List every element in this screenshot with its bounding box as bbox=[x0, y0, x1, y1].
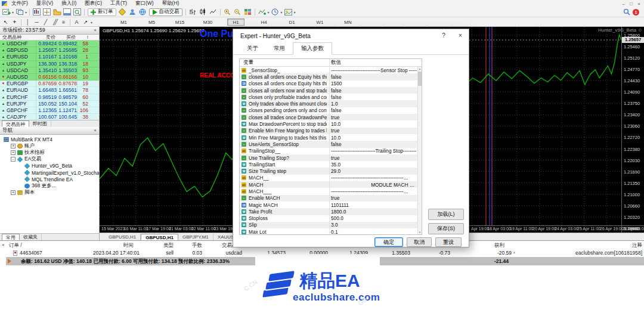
close-icon[interactable]: × bbox=[94, 128, 97, 133]
restore-button[interactable]: □ bbox=[627, 1, 635, 7]
param-row[interactable]: ~Use Trailing Stop?true bbox=[240, 154, 422, 161]
market-watch-row[interactable]: ▼EURGBP0.876590.8767819 bbox=[0, 80, 99, 87]
param-row[interactable]: WOnly trades above this amount close ...… bbox=[240, 100, 422, 107]
param-row[interactable]: abMACH___-------------------------------… bbox=[240, 188, 422, 194]
market-watch-tab[interactable]: 即时图 bbox=[29, 120, 51, 127]
vertical-line-tool-icon[interactable]: │ bbox=[23, 19, 32, 25]
param-value[interactable]: false bbox=[331, 107, 417, 113]
bar-chart-mode-icon[interactable] bbox=[188, 8, 198, 16]
templates-icon[interactable] bbox=[283, 8, 293, 16]
param-row[interactable]: WTrailingStart35.0 bbox=[240, 161, 422, 168]
menu-item[interactable]: 显示(V) bbox=[36, 0, 53, 7]
dialog-tab[interactable]: 关于 bbox=[239, 43, 266, 54]
reset-button[interactable]: 重设 bbox=[435, 237, 462, 247]
param-value[interactable]: true bbox=[331, 195, 417, 201]
market-watch-row[interactable]: ▲GBPUSD1.256571.2568528 bbox=[0, 47, 99, 54]
timeframe-D1[interactable]: D1 bbox=[283, 18, 301, 26]
param-value[interactable]: false bbox=[331, 74, 417, 80]
market-watch-row[interactable]: ▲USDCAD1.354101.3550393 bbox=[0, 67, 99, 74]
menu-item[interactable]: 图表(C) bbox=[85, 0, 102, 7]
timeframe-W1[interactable]: W1 bbox=[311, 18, 329, 26]
market-watch-tab[interactable]: 交易品种 bbox=[2, 120, 29, 127]
expert-properties-icon[interactable] bbox=[128, 8, 138, 16]
timeframe-M1[interactable]: M1 bbox=[115, 18, 132, 26]
periods-icon[interactable] bbox=[270, 8, 280, 16]
param-row[interactable]: ~UseAlerts_SensorStopfalse bbox=[240, 141, 422, 147]
param-row[interactable]: 18closes all orders once Equity hits thi… bbox=[240, 80, 422, 87]
menu-item[interactable]: 窗口(W) bbox=[135, 0, 154, 7]
param-row[interactable]: WMax DrawdownPercent to stop trades10.0 bbox=[240, 120, 422, 127]
timeframe-M30[interactable]: M30 bbox=[199, 18, 216, 26]
chevron-down-icon[interactable]: ▾ bbox=[281, 10, 283, 14]
param-row[interactable]: ~Enable MACHtrue bbox=[240, 195, 422, 202]
param-value[interactable]: 1500 bbox=[331, 80, 417, 86]
param-value[interactable]: 10.0 bbox=[331, 135, 417, 141]
param-row[interactable]: abMACH__--------------------------------… bbox=[240, 175, 422, 181]
navigator-item[interactable]: Hunter_v9G_Beta bbox=[0, 163, 99, 169]
minimize-button[interactable]: – bbox=[620, 1, 627, 7]
close-button[interactable]: × bbox=[635, 1, 643, 7]
param-row[interactable]: ~Enable Min Free Marging to trades hi...… bbox=[240, 128, 422, 134]
metaeditor-icon[interactable] bbox=[117, 8, 128, 16]
navigator-toggle-icon[interactable] bbox=[52, 8, 62, 16]
close-icon[interactable]: × bbox=[94, 28, 97, 33]
new-chart-icon[interactable] bbox=[1, 8, 11, 16]
param-row[interactable]: WMax Lot0.1 bbox=[240, 228, 422, 235]
market-watch-row[interactable]: ▲GBPCHF1.123651.12471106 bbox=[0, 107, 99, 114]
chart-tab[interactable]: GBPUSD,H1 bbox=[141, 234, 178, 240]
line-chart-mode-icon[interactable] bbox=[208, 8, 218, 16]
profiles-icon[interactable] bbox=[14, 8, 24, 16]
horizontal-line-tool-icon[interactable]: ─ bbox=[32, 19, 41, 25]
text-tool-icon[interactable]: A bbox=[72, 19, 81, 25]
param-value[interactable]: false bbox=[331, 88, 417, 94]
param-value[interactable]: 500.0 bbox=[331, 215, 417, 221]
param-value[interactable]: true bbox=[331, 114, 417, 120]
param-row[interactable]: abTrailingStop__------------------------… bbox=[240, 148, 422, 154]
param-value[interactable]: true bbox=[331, 128, 417, 134]
scrollbar[interactable]: ▲ ▼ bbox=[417, 67, 422, 234]
param-value[interactable]: ----------------------------------------… bbox=[331, 188, 417, 194]
market-watch-toggle-icon[interactable] bbox=[32, 8, 42, 16]
param-row[interactable]: WTake Profit1800.0 bbox=[240, 208, 422, 215]
price-axis[interactable]: 1.258001.254601.251201.247701.244301.240… bbox=[623, 27, 644, 225]
expander-icon[interactable]: + bbox=[11, 150, 16, 155]
close-icon[interactable]: × bbox=[2, 242, 5, 247]
ok-button[interactable]: 确定 bbox=[374, 237, 403, 247]
param-row[interactable]: WSlip3.0 bbox=[240, 222, 422, 228]
chevron-down-icon[interactable]: ▾ bbox=[294, 10, 296, 14]
navigator-root[interactable]: MultiBank FX MT4 bbox=[0, 136, 99, 143]
search-icon[interactable] bbox=[623, 8, 630, 16]
indicators-icon[interactable] bbox=[257, 8, 267, 16]
chart-tab[interactable]: GBPUSD,H1 bbox=[104, 234, 141, 240]
param-row[interactable]: ~closes pending orders only and conti...… bbox=[240, 107, 422, 114]
scroll-down-icon[interactable]: ▼ bbox=[418, 231, 422, 234]
param-row[interactable]: 18Magic MACH1101111 bbox=[240, 202, 422, 208]
timeframe-H4[interactable]: H4 bbox=[255, 18, 273, 26]
param-row[interactable]: ~closes all trades once DrawdownPerc...t… bbox=[240, 114, 422, 120]
zoom-in-icon[interactable] bbox=[222, 8, 233, 16]
param-value[interactable]: 35.0 bbox=[331, 162, 417, 168]
close-button[interactable]: × bbox=[452, 29, 469, 42]
navigator-item[interactable]: MartingailExpert_v1.0_Stochastic (1) bbox=[0, 169, 99, 176]
navigator-item[interactable]: MQL Trendline EA bbox=[0, 176, 99, 182]
save-button[interactable]: 保存(S) bbox=[428, 223, 464, 234]
param-value[interactable]: true bbox=[331, 155, 417, 161]
scrollbar-thumb[interactable] bbox=[418, 72, 422, 86]
load-button[interactable]: 加载(L) bbox=[428, 209, 464, 220]
navigator-item[interactable]: 368 更多... bbox=[0, 182, 99, 189]
timeframe-M15[interactable]: M15 bbox=[171, 18, 188, 26]
param-value[interactable]: 3.0 bbox=[331, 222, 417, 228]
param-value[interactable]: 10.0 bbox=[331, 121, 417, 127]
param-value[interactable]: ----------------------------------------… bbox=[331, 175, 417, 181]
help-button[interactable]: ? bbox=[435, 29, 452, 42]
param-value[interactable]: false bbox=[331, 141, 417, 147]
navigator-item[interactable]: +账户 bbox=[0, 143, 99, 149]
trendline-tool-icon[interactable]: ╱ bbox=[41, 19, 50, 25]
timeframe-MN[interactable]: MN bbox=[339, 18, 357, 26]
dialog-tab[interactable]: 常用 bbox=[266, 43, 293, 54]
param-value[interactable]: MODULE MACH … bbox=[331, 182, 417, 188]
market-watch-row[interactable]: ▼AUDUSD0.661560.6616610 bbox=[0, 74, 99, 80]
auto-trading-button[interactable]: 自动交易 bbox=[149, 8, 182, 16]
expander-icon[interactable]: + bbox=[11, 144, 16, 148]
param-row[interactable]: WStoploss500.0 bbox=[240, 215, 422, 222]
